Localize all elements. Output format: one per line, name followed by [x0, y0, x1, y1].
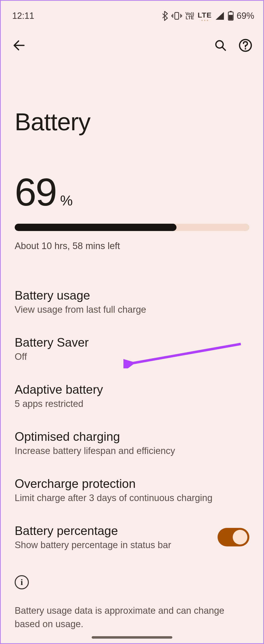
battery-percentage-toggle[interactable]	[218, 528, 249, 546]
status-indicators: Vo)) LTE LTE 69%	[162, 11, 254, 21]
item-subtitle: View usage from last full charge	[15, 304, 249, 315]
battery-icon	[228, 11, 234, 21]
item-subtitle: Off	[15, 352, 249, 362]
item-title: Battery Saver	[15, 336, 249, 350]
optimised-charging-item[interactable]: Optimised charging Increase battery life…	[0, 419, 264, 466]
item-subtitle: Limit charge after 3 days of continuous …	[15, 493, 249, 503]
battery-percentage-item[interactable]: Battery percentage Show battery percenta…	[0, 514, 264, 560]
arrow-back-icon	[12, 39, 25, 52]
bluetooth-icon	[162, 11, 168, 21]
item-title: Optimised charging	[15, 430, 249, 444]
signal-icon	[215, 12, 224, 20]
status-bar: 12:11 Vo)) LTE LTE 69%	[0, 0, 264, 27]
status-battery-percentage: 69%	[237, 11, 254, 21]
vibrate-icon	[171, 12, 182, 20]
search-button[interactable]	[212, 36, 229, 54]
adaptive-battery-item[interactable]: Adaptive battery 5 apps restricted	[0, 372, 264, 419]
toolbar	[0, 27, 264, 54]
battery-summary: 69 % About 10 hrs, 58 mins left	[0, 136, 264, 251]
overcharge-protection-item[interactable]: Overcharge protection Limit charge after…	[0, 466, 264, 514]
help-icon	[239, 38, 252, 52]
back-button[interactable]	[10, 36, 27, 54]
battery-estimate: About 10 hrs, 58 mins left	[15, 241, 249, 251]
volte-icon: Vo)) LTE	[186, 12, 194, 20]
item-subtitle: Increase battery lifespan and efficiency	[15, 446, 249, 456]
item-title: Overcharge protection	[15, 477, 249, 491]
page-title: Battery	[0, 54, 264, 136]
help-button[interactable]	[237, 36, 254, 54]
navigation-handle[interactable]	[92, 636, 172, 639]
settings-list: Battery usage View usage from last full …	[0, 251, 264, 560]
search-icon	[214, 39, 227, 52]
item-title: Battery usage	[15, 288, 249, 302]
svg-rect-0	[175, 12, 179, 19]
item-title: Adaptive battery	[15, 382, 249, 397]
battery-progress-fill	[15, 224, 177, 231]
info-text: Battery usage data is approximate and ca…	[15, 604, 249, 631]
lte-icon: LTE	[198, 11, 212, 21]
item-title: Battery percentage	[15, 524, 218, 538]
svg-rect-3	[229, 15, 233, 20]
battery-pct-symbol: %	[60, 192, 73, 208]
battery-usage-item[interactable]: Battery usage View usage from last full …	[0, 278, 264, 325]
svg-point-6	[245, 48, 246, 50]
battery-value: 69	[15, 172, 56, 212]
item-subtitle: 5 apps restricted	[15, 398, 249, 409]
status-time: 12:11	[12, 11, 34, 21]
info-icon: i	[15, 575, 29, 589]
info-section: i Battery usage data is approximate and …	[0, 560, 264, 631]
item-subtitle: Show battery percentage in status bar	[15, 540, 218, 550]
battery-progress-track	[15, 224, 249, 231]
battery-saver-item[interactable]: Battery Saver Off	[0, 325, 264, 372]
